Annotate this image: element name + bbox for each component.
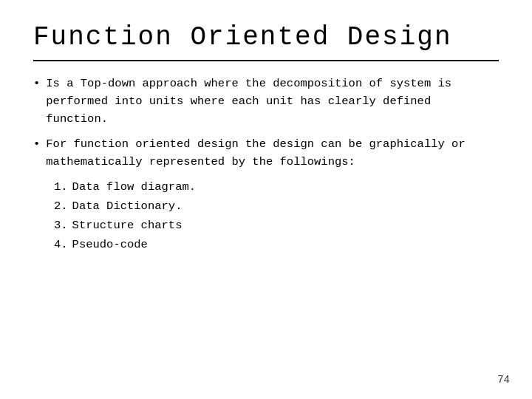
title-divider: [33, 60, 499, 61]
bullet-item-1: • Is a Top-down approach where the decom…: [33, 75, 499, 128]
num-text-2: Data Dictionary.: [72, 197, 183, 215]
bullet-text-1: Is a Top-down approach where the decompo…: [46, 75, 499, 128]
num-text-3: Structure charts: [72, 216, 183, 234]
numbered-item-1: 1. Data flow diagram.: [54, 178, 499, 196]
num-text-4: Pseudo-code: [72, 236, 148, 253]
num-text-1: Data flow diagram.: [72, 178, 196, 196]
numbered-item-3: 3. Structure charts: [54, 216, 499, 234]
page-number: 74: [497, 374, 510, 386]
slide-title: Function Oriented Design: [33, 22, 499, 52]
num-2: 2.: [54, 197, 68, 215]
num-3: 3.: [54, 216, 68, 234]
bullet-item-2: • For function oriented design the desig…: [33, 135, 499, 171]
bullet-symbol-1: •: [33, 75, 40, 92]
num-1: 1.: [54, 178, 68, 196]
slide-content: • Is a Top-down approach where the decom…: [33, 75, 499, 253]
numbered-item-4: 4. Pseudo-code: [54, 236, 499, 253]
num-4: 4.: [54, 236, 68, 253]
slide: Function Oriented Design • Is a Top-down…: [0, 0, 532, 399]
bullet-symbol-2: •: [33, 135, 40, 153]
numbered-item-2: 2. Data Dictionary.: [54, 197, 499, 215]
bullet-text-2: For function oriented design the design …: [46, 135, 499, 171]
numbered-list: 1. Data flow diagram. 2. Data Dictionary…: [54, 178, 499, 253]
